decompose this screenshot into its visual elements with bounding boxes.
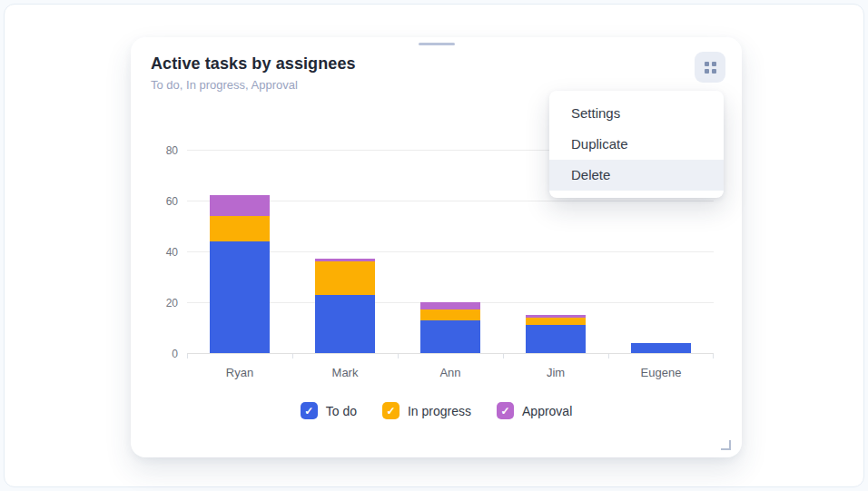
x-axis-label: Eugene <box>608 366 714 379</box>
x-axis-label: Jim <box>503 366 608 379</box>
x-axis-label: Ryan <box>187 366 292 379</box>
legend-item-to-do[interactable]: ✓To do <box>301 402 357 419</box>
bar-slot-ryan <box>187 195 292 353</box>
bar-segment-approval[interactable] <box>420 302 480 309</box>
menu-item-delete[interactable]: Delete <box>549 160 724 191</box>
x-axis-tick <box>187 354 188 358</box>
x-axis-label: Mark <box>292 366 398 379</box>
bar-segment-approval[interactable] <box>210 195 270 215</box>
bar-segment-to-do[interactable] <box>631 343 691 353</box>
bar-segment-to-do[interactable] <box>420 320 480 353</box>
card-header: Active tasks by assignees To do, In prog… <box>151 54 356 92</box>
legend-label: To do <box>326 404 357 418</box>
menu-item-settings[interactable]: Settings <box>549 98 724 129</box>
y-tick-label: 60 <box>151 195 178 208</box>
card-subtitle: To do, In progress, Approval <box>151 78 356 92</box>
stacked-bar-mark[interactable] <box>315 259 375 353</box>
stacked-bar-eugene[interactable] <box>631 343 691 353</box>
checkmark-icon: ✓ <box>497 402 514 419</box>
checkmark-icon: ✓ <box>382 402 399 419</box>
x-axis-tick <box>503 354 504 358</box>
y-tick-label: 40 <box>151 246 178 259</box>
x-axis-label: Ann <box>398 366 503 379</box>
bar-slot-eugene <box>608 343 714 353</box>
bar-segment-in-progress[interactable] <box>420 309 480 319</box>
bar-segment-to-do[interactable] <box>526 325 586 353</box>
checkmark-icon: ✓ <box>301 402 318 419</box>
menu-item-duplicate[interactable]: Duplicate <box>549 129 724 160</box>
gridline-y0 <box>187 353 714 354</box>
y-tick-label: 80 <box>151 144 178 157</box>
bar-segment-in-progress[interactable] <box>210 216 270 241</box>
chart-legend: ✓To do✓In progress✓Approval <box>131 402 742 419</box>
bar-segment-to-do[interactable] <box>210 241 270 353</box>
widget-context-menu: SettingsDuplicateDelete <box>549 91 724 198</box>
drag-handle[interactable] <box>419 43 455 45</box>
legend-label: In progress <box>408 404 471 418</box>
bar-slot-jim <box>503 315 608 353</box>
bar-slot-mark <box>292 259 398 353</box>
x-axis-tick <box>713 354 714 358</box>
stacked-bar-ann[interactable] <box>420 302 480 353</box>
y-tick-label: 20 <box>151 297 178 309</box>
page-background: Active tasks by assignees To do, In prog… <box>4 4 864 487</box>
widget-menu-button[interactable] <box>695 52 725 83</box>
grid-dots-icon <box>705 62 716 74</box>
bar-segment-in-progress[interactable] <box>315 261 375 294</box>
stacked-bar-ryan[interactable] <box>210 195 270 353</box>
bar-slot-ann <box>398 302 503 353</box>
x-axis-tick <box>608 354 609 358</box>
stacked-bar-jim[interactable] <box>526 315 586 353</box>
resize-handle[interactable] <box>721 440 731 450</box>
y-tick-label: 0 <box>151 348 178 360</box>
legend-item-approval[interactable]: ✓Approval <box>497 402 572 419</box>
bar-segment-in-progress[interactable] <box>526 318 586 325</box>
legend-label: Approval <box>522 404 572 418</box>
legend-item-in-progress[interactable]: ✓In progress <box>382 402 471 419</box>
x-axis-tick <box>398 354 399 358</box>
bar-segment-to-do[interactable] <box>315 295 375 353</box>
chart-widget-card: Active tasks by assignees To do, In prog… <box>131 37 742 457</box>
x-axis-tick <box>292 354 293 358</box>
card-title: Active tasks by assignees <box>151 54 356 74</box>
